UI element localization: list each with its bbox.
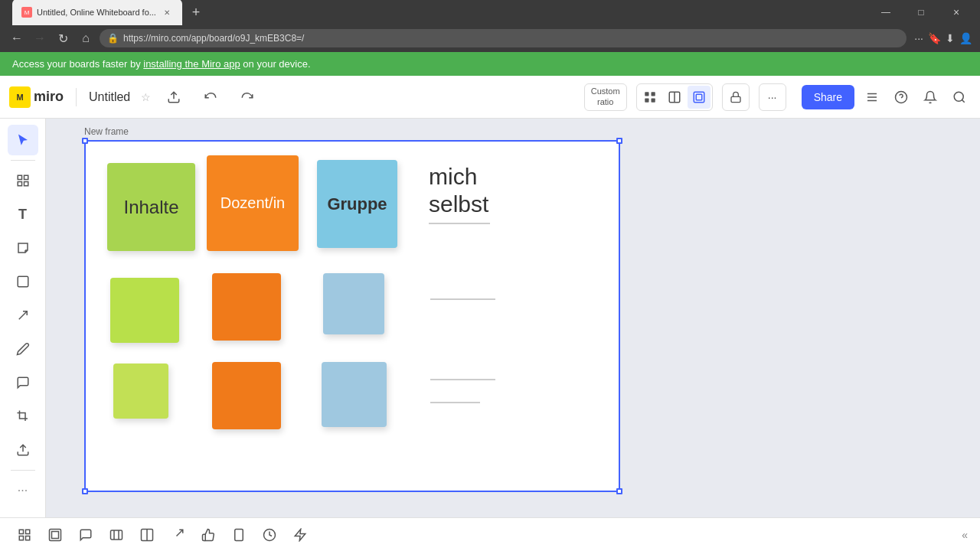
tab-close-btn[interactable]: ✕ — [161, 6, 173, 18]
svg-rect-9 — [731, 96, 740, 102]
more-tools-btn[interactable]: ··· — [8, 475, 38, 506]
frame-handle-tl[interactable] — [82, 138, 88, 144]
text-line-3 — [430, 379, 495, 380]
more-options-btn[interactable]: ··· — [759, 83, 786, 111]
sticky-tool-btn[interactable] — [8, 233, 38, 263]
notifications-icon-btn[interactable] — [919, 86, 942, 109]
board-title[interactable]: Untitled — [89, 90, 130, 104]
bottom-device-btn[interactable] — [227, 523, 251, 547]
custom-ratio-btn[interactable]: Custom ratio — [584, 83, 627, 111]
left-toolbar: T — [0, 119, 46, 551]
browser-tab[interactable]: M Untitled, Online Whiteboard fo... ✕ — [12, 0, 182, 25]
download-btn[interactable]: ⬇ — [946, 32, 955, 44]
svg-rect-20 — [24, 182, 28, 186]
text-selbst: selbst — [429, 191, 490, 218]
comment-tool-btn[interactable] — [8, 367, 38, 398]
maximize-btn[interactable]: □ — [903, 0, 939, 24]
sticky-gruppe[interactable]: Gruppe — [317, 160, 397, 248]
sticky-inhalte[interactable]: Inhalte — [107, 163, 195, 251]
sticky-orange-small[interactable] — [212, 362, 281, 429]
sticky-orange-med[interactable] — [212, 273, 281, 341]
bottom-fit-btn[interactable] — [43, 523, 67, 547]
tab-title: Untitled, Online Whiteboard fo... — [37, 8, 156, 17]
close-btn[interactable]: × — [939, 0, 974, 24]
bottom-timer-btn[interactable] — [257, 523, 282, 547]
crop-tool-btn[interactable] — [8, 401, 38, 432]
svg-point-15 — [954, 92, 963, 101]
canvas-area[interactable]: New frame Inhalte Dozent/in Gruppe mich … — [46, 119, 980, 551]
bottom-distribute-btn[interactable] — [135, 523, 159, 547]
svg-rect-8 — [696, 94, 702, 100]
back-btn[interactable]: ← — [8, 29, 26, 47]
bottom-collapse-btn[interactable]: « — [962, 529, 968, 541]
frame-handle-br[interactable] — [616, 488, 622, 494]
svg-rect-29 — [52, 531, 59, 538]
sticky-green-med[interactable] — [110, 278, 179, 343]
select-tool-btn[interactable] — [8, 125, 38, 155]
arrow-tool-btn[interactable] — [8, 300, 38, 331]
bookmark-btn[interactable]: 🔖 — [928, 32, 941, 44]
new-tab-btn[interactable]: + — [185, 2, 207, 23]
redo-btn[interactable] — [234, 83, 261, 111]
frame-box[interactable]: Inhalte Dozent/in Gruppe mich selbst — [84, 140, 620, 492]
bottom-toolbar: « — [0, 517, 980, 551]
sticky-blue-small[interactable] — [322, 362, 387, 427]
refresh-btn[interactable]: ↻ — [54, 29, 72, 47]
home-btn[interactable]: ⌂ — [77, 29, 95, 47]
star-icon[interactable]: ☆ — [141, 91, 151, 103]
bottom-like-btn[interactable] — [196, 523, 220, 547]
sticky-blue-med[interactable] — [323, 273, 384, 334]
text-line-2 — [430, 298, 495, 300]
header-sep-1 — [76, 88, 77, 106]
custom-ratio-label: Custom — [591, 86, 620, 96]
text-tool-btn[interactable]: T — [8, 199, 38, 230]
pen-tool-btn[interactable] — [8, 334, 38, 364]
frames-icon-btn[interactable] — [688, 86, 710, 109]
bottom-lightning-btn[interactable] — [288, 523, 312, 547]
bottom-comment-btn[interactable] — [74, 523, 98, 547]
share-btn[interactable]: Share — [802, 85, 854, 109]
import-tool-btn[interactable] — [8, 435, 38, 465]
svg-rect-2 — [651, 92, 655, 96]
account-btn[interactable]: 👤 — [959, 32, 972, 44]
svg-rect-24 — [19, 530, 23, 533]
tool-sep-2 — [11, 470, 35, 471]
lock-btn[interactable] — [722, 83, 750, 111]
sticky-dozentin[interactable]: Dozent/in — [207, 155, 299, 251]
svg-line-22 — [18, 311, 27, 320]
bottom-move-btn[interactable] — [165, 523, 190, 547]
app-header: M miro Untitled ☆ Custom ratio — [0, 76, 980, 119]
svg-rect-18 — [24, 175, 28, 179]
svg-rect-30 — [111, 530, 122, 540]
url-bar[interactable]: https://miro.com/app/board/o9J_kmEB3C8=/ — [123, 33, 304, 44]
banner-link[interactable]: installing the Miro app — [143, 58, 240, 70]
help-icon-btn[interactable] — [890, 86, 913, 109]
frame-handle-tr[interactable] — [616, 138, 622, 144]
grid-tool-btn[interactable] — [8, 165, 38, 196]
bottom-grid-btn[interactable] — [12, 523, 37, 547]
settings-icon-btn[interactable] — [861, 86, 884, 109]
view-toolbar-group — [636, 83, 713, 111]
install-banner: Access your boards faster by installing … — [0, 52, 980, 76]
frame-container: New frame Inhalte Dozent/in Gruppe mich … — [84, 126, 620, 478]
frame-tool-btn[interactable] — [8, 266, 38, 297]
layout-icon-btn[interactable] — [663, 86, 686, 109]
bottom-align-btn[interactable] — [104, 523, 129, 547]
sticky-green-small[interactable] — [113, 364, 168, 419]
upload-btn[interactable] — [160, 83, 188, 111]
svg-rect-4 — [651, 98, 655, 102]
frame-handle-bl[interactable] — [82, 488, 88, 494]
minimize-btn[interactable]: — — [868, 0, 903, 24]
text-mich-selbst[interactable]: mich selbst — [429, 163, 490, 224]
search-icon-btn[interactable] — [948, 86, 971, 109]
main-area: T — [0, 119, 980, 551]
forward-btn[interactable]: → — [31, 29, 49, 47]
svg-rect-27 — [26, 536, 30, 540]
extensions-btn[interactable]: ··· — [914, 32, 923, 44]
undo-btn[interactable] — [197, 83, 224, 111]
svg-rect-7 — [694, 92, 704, 103]
grid-icon-btn[interactable] — [639, 86, 662, 109]
banner-text-after: on your device. — [243, 58, 310, 70]
tab-favicon: M — [21, 7, 32, 18]
tool-sep-1 — [11, 160, 35, 161]
